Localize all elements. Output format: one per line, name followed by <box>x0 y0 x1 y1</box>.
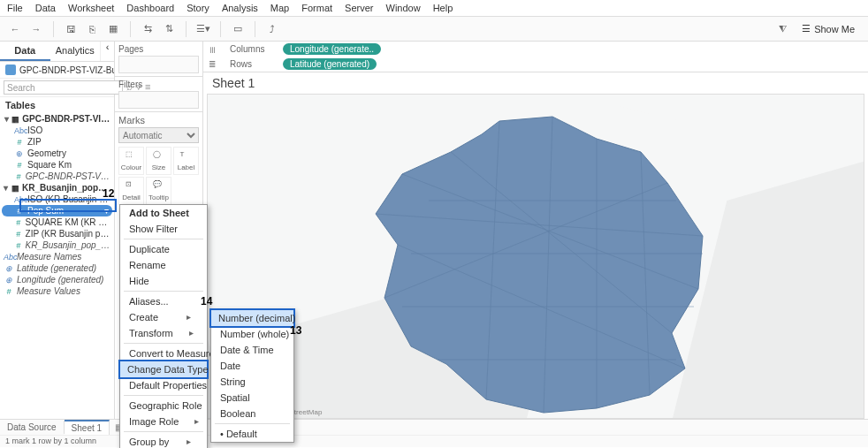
share-icon[interactable]: ⤴ <box>264 21 280 37</box>
showme-label: Show Me <box>814 24 855 34</box>
swap-icon[interactable]: ⇆ <box>140 21 156 37</box>
ctx-item[interactable]: Create▸ <box>120 309 207 325</box>
menu-item[interactable]: Data <box>35 3 56 13</box>
menu-item[interactable]: Analysis <box>222 3 258 13</box>
new-sheet-icon[interactable]: ▦ <box>105 21 121 37</box>
fields-tree: ▾▦GPC-BNDR-PST-VIZ-Busa...AbcISO#ZIP⊕Geo… <box>0 113 114 297</box>
data-source-row[interactable]: GPC-BNDR-PST-VIZ-Bus... <box>0 62 114 79</box>
ctx-item[interactable]: Add to Sheet <box>120 205 207 221</box>
mark-label[interactable]: TLabel <box>173 147 199 175</box>
new-data-icon[interactable]: ⎘ <box>84 21 100 37</box>
submenu-item[interactable]: String <box>211 374 293 390</box>
field-row[interactable]: #ZIP (KR Busanjin pop per... <box>2 228 112 239</box>
menu-item[interactable]: Window <box>386 3 421 13</box>
field-row[interactable]: #Square Km <box>2 159 112 171</box>
table-group[interactable]: ▾▦KR_Busanjin_pop_per_zip... <box>2 182 112 194</box>
fit-icon[interactable]: ☰▾ <box>195 21 211 37</box>
field-row[interactable]: AbcISO <box>2 125 112 136</box>
menu-item[interactable]: Map <box>270 3 289 13</box>
ctx-item[interactable]: Aliases... <box>120 293 207 309</box>
ctx-item[interactable]: Show Filter <box>120 221 207 237</box>
rows-pill[interactable]: Latitude (generated) <box>283 58 377 70</box>
field-row[interactable]: ⊕Geometry <box>2 148 112 159</box>
data-panel: Data Analytics ‹ GPC-BNDR-PST-VIZ-Bus...… <box>0 42 115 419</box>
sort-asc-icon[interactable]: ⇅ <box>161 21 177 37</box>
field-row[interactable]: #Measure Values <box>2 285 112 297</box>
map-polygon <box>349 103 720 419</box>
field-context-menu: Add to SheetShow FilterDuplicateRenameHi… <box>119 204 208 448</box>
submenu-item[interactable]: Date & Time <box>211 342 293 358</box>
collapse-panel-icon[interactable]: ‹ <box>100 42 114 61</box>
ctx-item[interactable]: Change Data Type▸ <box>118 360 209 379</box>
ctx-item[interactable]: Default Properties▸ <box>120 377 207 393</box>
data-source-tab[interactable]: Data Source <box>0 421 65 434</box>
submenu-item[interactable]: Number (whole) <box>211 326 293 342</box>
filter-icon[interactable]: ⧨ <box>774 21 790 37</box>
field-row[interactable]: #GPC-BNDR-PST-VIZ-Bu... <box>2 171 112 182</box>
mark-tooltip[interactable]: 💬Tooltip <box>146 177 171 205</box>
search-input[interactable] <box>4 80 123 95</box>
filters-shelf[interactable] <box>118 91 199 109</box>
presentation-icon[interactable]: ▭ <box>230 21 246 37</box>
analytics-tab[interactable]: Analytics <box>50 42 101 61</box>
sheet1-tab[interactable]: Sheet 1 <box>65 420 110 435</box>
ctx-item[interactable]: Group by▸ <box>120 434 207 448</box>
menu-item[interactable]: Worksheet <box>68 3 114 13</box>
forward-icon[interactable]: → <box>28 21 44 37</box>
mark-colour[interactable]: ⬚Colour <box>118 147 144 175</box>
ctx-item[interactable]: Hide <box>120 273 207 289</box>
workspace: ⫼ Columns Longitude (generate.. ≣ Rows L… <box>203 42 868 419</box>
change-data-type-submenu: Number (decimal)Number (whole)Date & Tim… <box>210 309 294 443</box>
tables-heading: Tables <box>0 97 114 113</box>
field-row[interactable]: ⊕Latitude (generated) <box>2 262 112 274</box>
save-icon[interactable]: 🖫 <box>63 21 79 37</box>
submenu-item[interactable]: Default <box>211 426 293 442</box>
menu-item[interactable]: File <box>7 3 23 13</box>
menu-item[interactable]: Server <box>345 3 373 13</box>
annotation-12: 12 <box>103 187 114 200</box>
field-row[interactable]: #Pop Sum▾ <box>2 205 112 216</box>
rows-icon: ≣ <box>209 59 221 69</box>
pages-shelf[interactable] <box>118 56 199 73</box>
toolbar: ← → 🖫 ⎘ ▦ ⇆ ⇅ ☰▾ ▭ ⤴ ⧨ ☰ Show Me <box>0 17 868 42</box>
field-row[interactable]: #KR_Busanjin_pop_per_zi... <box>2 239 112 251</box>
mark-size[interactable]: ◯Size <box>146 147 171 175</box>
submenu-item[interactable]: Number (decimal) <box>209 308 295 328</box>
field-row[interactable]: AbcMeasure Names <box>2 251 112 262</box>
ctx-item[interactable]: Image Role▸ <box>120 414 207 429</box>
ctx-item[interactable]: Rename <box>120 257 207 273</box>
field-row[interactable]: ⊕Longitude (generated) <box>2 274 112 285</box>
menu-item[interactable]: Story <box>187 3 209 13</box>
ctx-item[interactable]: Duplicate <box>120 241 207 257</box>
ctx-item[interactable]: Transform▸ <box>120 325 207 341</box>
columns-icon: ⫼ <box>209 44 221 54</box>
submenu-item[interactable]: Boolean <box>211 406 293 421</box>
marks-shelf-label: Marks <box>118 115 199 125</box>
submenu-item[interactable]: Spatial <box>211 390 293 406</box>
field-row[interactable]: AbcISO (KR Busanjin pop per...) <box>2 194 112 205</box>
sheet-title[interactable]: Sheet 1 <box>203 72 868 94</box>
mark-detail[interactable]: ⊡Detail <box>118 177 144 205</box>
annotation-13: 13 <box>290 324 301 337</box>
showme-icon: ☰ <box>802 23 811 34</box>
field-row[interactable]: #SQUARE KM (KR Busanj... <box>2 216 112 228</box>
menu-item[interactable]: Dashboard <box>126 3 174 13</box>
field-row[interactable]: #ZIP <box>2 136 112 148</box>
table-group[interactable]: ▾▦GPC-BNDR-PST-VIZ-Busa... <box>2 113 112 125</box>
columns-pill[interactable]: Longitude (generate.. <box>283 43 381 55</box>
map-view[interactable]: © 2023 Mapbox © OpenStreetMap <box>207 94 864 419</box>
menu-item[interactable]: Format <box>301 3 332 13</box>
columns-label: Columns <box>230 44 274 54</box>
rows-label: Rows <box>230 59 274 69</box>
submenu-item[interactable]: Date <box>211 358 293 374</box>
annotation-14: 14 <box>201 295 212 308</box>
back-icon[interactable]: ← <box>7 21 23 37</box>
show-me-button[interactable]: ☰ Show Me <box>796 20 861 37</box>
data-tab[interactable]: Data <box>0 42 50 61</box>
mark-type-select[interactable]: Automatic <box>118 127 199 143</box>
menu-item[interactable]: Help <box>433 3 453 13</box>
data-source-label: GPC-BNDR-PST-VIZ-Bus... <box>19 65 114 75</box>
data-source-icon <box>5 65 16 75</box>
filters-shelf-label: Filters <box>118 80 199 89</box>
ctx-item[interactable]: Geographic Role▸ <box>120 398 207 414</box>
